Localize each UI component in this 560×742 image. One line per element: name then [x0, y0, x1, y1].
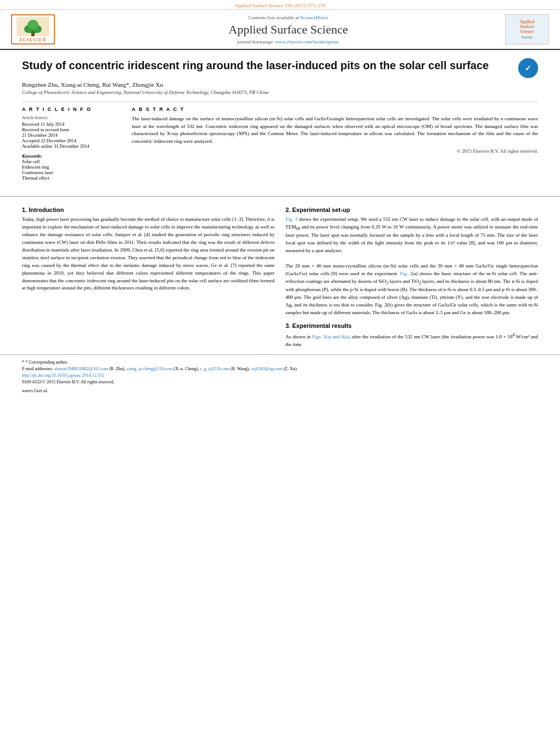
abstract-column: A B S T R A C T The laser-induced damage…: [132, 107, 538, 181]
journal-reference: Applied Surface Science 336 (2015) 375–3…: [235, 3, 326, 8]
waves-label: waves Geet aL: [22, 388, 538, 394]
top-bar: Applied Surface Science 336 (2015) 375–3…: [0, 0, 560, 10]
homepage-link[interactable]: www.elsevier.com/locate/apsusc: [275, 39, 339, 44]
footnote-area: * * Corresponding author. E-mail address…: [0, 354, 560, 397]
article-info-abstract-section: A R T I C L E I N F O Article history: R…: [22, 102, 538, 181]
journal-header: ELSEVIER Contents lists available at Sci…: [0, 10, 560, 50]
journal-logo-title: AppliedSurfaceScience: [519, 20, 534, 34]
journal-header-center: Contents lists available at ScienceDirec…: [71, 15, 505, 44]
svg-point-5: [27, 20, 38, 30]
elsevier-tree-icon: [16, 17, 49, 36]
fig1-link[interactable]: Fig. 1: [285, 216, 298, 222]
article-info-column: A R T I C L E I N F O Article history: R…: [22, 107, 121, 181]
issn-line: 0169-4332/© 2015 Elsevier B.V. All right…: [22, 379, 538, 386]
keywords-label: Keywords:: [22, 153, 121, 159]
crossmark-icon: ✓: [518, 58, 538, 78]
journal-logo-subtitle: Elsevier: [522, 36, 533, 39]
corresponding-author-note: * * Corresponding author.: [22, 359, 538, 366]
crossmark-logo: ✓: [518, 58, 538, 78]
email-cheng[interactable]: xiang_ai.cheng@126.com: [126, 366, 172, 371]
contents-available-line: Contents lists available at ScienceDirec…: [71, 15, 505, 20]
doi-link[interactable]: http://dx.doi.org/10.1016/j.apsusc.2014.…: [22, 373, 104, 378]
doi-line: http://dx.doi.org/10.1016/j.apsusc.2014.…: [22, 372, 538, 379]
email-xu[interactable]: xxj0243@qq.com: [251, 366, 282, 371]
results-text: As shown in Figs. 3(a) and 4(a), after t…: [285, 332, 538, 349]
article-title-row: Study of concentric iridescent ring arou…: [22, 58, 538, 78]
results-heading: 3. Experimental results: [285, 322, 538, 329]
article-area: Study of concentric iridescent ring arou…: [0, 50, 560, 192]
accepted-date: Accepted 22 December 2014: [22, 138, 121, 143]
article-title: Study of concentric iridescent ring arou…: [22, 58, 510, 72]
received-date: Received 11 July 2014: [22, 121, 121, 127]
abstract-text: The laser-induced damage on the surface …: [132, 115, 538, 145]
exp-heading: 2. Experimental set-up: [285, 207, 538, 213]
journal-title: Applied Surface Science: [71, 23, 505, 37]
intro-heading: 1. Introduction: [22, 207, 275, 213]
available-online: Available online 31 December 2014: [22, 143, 121, 149]
elsevier-logo: ELSEVIER: [11, 14, 60, 44]
homepage-line: journal homepage: www.elsevier.com/locat…: [71, 39, 505, 44]
elsevier-brand-text: ELSEVIER: [20, 37, 46, 42]
exp-text: Fig. 1 shows the experimental setup. We …: [285, 216, 538, 317]
body-content: 1. Introduction Today, high power laser …: [0, 201, 560, 349]
sciencedirect-link[interactable]: ScienceDirect: [300, 15, 328, 20]
keywords-section: Keywords: Solar cell Iridescent ring Con…: [22, 153, 121, 181]
received-revised-label: Received in revised form: [22, 127, 121, 132]
copyright-notice: © 2015 Elsevier B.V. All rights reserved…: [132, 148, 538, 154]
svg-text:✓: ✓: [525, 64, 531, 72]
email-addresses: E-mail addresses: zhuyue1848610482@163.c…: [22, 366, 538, 372]
email-label: E-mail addresses:: [22, 366, 53, 371]
intro-text: Today, high power laser processing has g…: [22, 216, 275, 292]
fig2a-link[interactable]: Fig. 2: [400, 271, 412, 276]
body-left-column: 1. Introduction Today, high power laser …: [22, 201, 275, 349]
keyword-1: Solar cell: [22, 159, 121, 164]
authors: Rongzhen Zhu, Xiang-ai Cheng, Rui Wang*,…: [22, 81, 538, 88]
article-history-label: Article history:: [22, 115, 121, 120]
abstract-heading: A B S T R A C T: [132, 107, 538, 112]
fig3a-link[interactable]: Figs. 3(a) and 4(a): [312, 334, 349, 339]
keyword-4: Thermal effect: [22, 175, 121, 181]
keyword-2: Iridescent ring: [22, 164, 121, 170]
journal-logo-box: AppliedSurfaceScience Elsevier: [505, 14, 549, 44]
affiliation: College of Photoelectric Science and Eng…: [22, 90, 538, 95]
email-wang[interactable]: r_g_z@126.com: [200, 366, 229, 371]
keyword-3: Continuous laser: [22, 170, 121, 175]
received-revised-date: 21 December 2014: [22, 132, 121, 138]
email-zhu[interactable]: zhuyue1848610482@163.com: [54, 366, 108, 371]
section-divider: [0, 196, 560, 197]
article-info-heading: A R T I C L E I N F O: [22, 107, 121, 112]
body-right-column: 2. Experimental set-up Fig. 1 shows the …: [285, 201, 538, 349]
